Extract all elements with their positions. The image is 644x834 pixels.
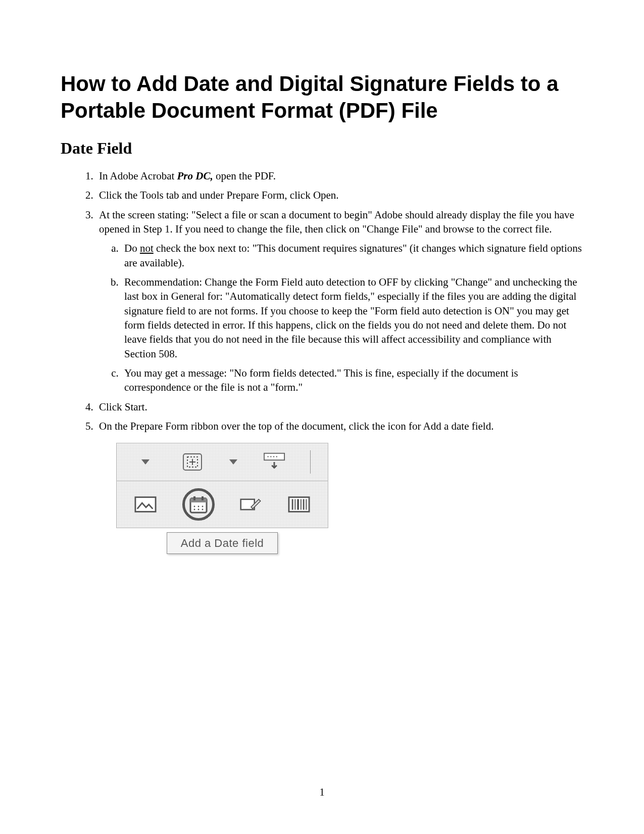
page-title: How to Add Date and Digital Signature Fi… [61,71,583,124]
toolbar-row-2 [116,481,328,528]
step-5: On the Prepare Form ribbon over the top … [96,419,583,554]
steps-list: In Adobe Acrobat Pro DC, open the PDF. C… [61,169,583,554]
svg-rect-25 [306,499,307,509]
step-2: Click the Tools tab and under Prepare Fo… [96,188,583,202]
step-3b: Recommendation: Change the Form Field au… [121,275,583,361]
svg-rect-23 [301,499,302,509]
image-field-icon [134,493,157,516]
svg-point-12 [193,505,195,507]
step-3c: You may get a message: "No form fields d… [121,366,583,395]
toolbar-row-1 [116,443,328,481]
svg-rect-20 [291,499,293,509]
svg-point-5 [273,456,274,457]
toolbar-divider [310,450,311,474]
section-heading-date-field: Date Field [61,139,583,158]
svg-rect-11 [202,496,204,500]
svg-point-16 [197,508,199,510]
svg-point-6 [276,456,277,457]
date-field-icon [188,494,209,515]
svg-point-14 [202,505,203,507]
svg-rect-22 [297,499,299,509]
step-3: At the screen stating: "Select a file or… [96,208,583,395]
svg-point-17 [202,508,203,510]
svg-rect-21 [294,499,295,509]
step-4: Click Start. [96,400,583,414]
add-text-field-icon [181,451,204,473]
svg-rect-24 [303,499,304,509]
svg-rect-9 [190,498,207,502]
svg-rect-10 [193,496,195,500]
toolbar-screenshot: Add a Date field [116,443,328,554]
page-number: 1 [0,786,644,799]
barcode-field-icon [288,493,310,516]
step-3a: Do not check the box next to: "This docu… [121,241,583,270]
svg-point-15 [193,508,195,510]
svg-point-4 [270,456,271,457]
step-3-substeps: Do not check the box next to: "This docu… [99,241,583,394]
chevron-down-icon [228,451,238,473]
svg-rect-7 [135,497,156,512]
svg-point-13 [197,505,199,507]
step-1: In Adobe Acrobat Pro DC, open the PDF. [96,169,583,183]
svg-point-3 [267,456,268,457]
signature-field-icon [240,493,262,516]
tooltip-add-date-field: Add a Date field [167,532,278,554]
chevron-down-icon [134,451,157,473]
add-date-field-icon-circled [182,488,215,521]
dropdown-field-icon [263,451,285,473]
